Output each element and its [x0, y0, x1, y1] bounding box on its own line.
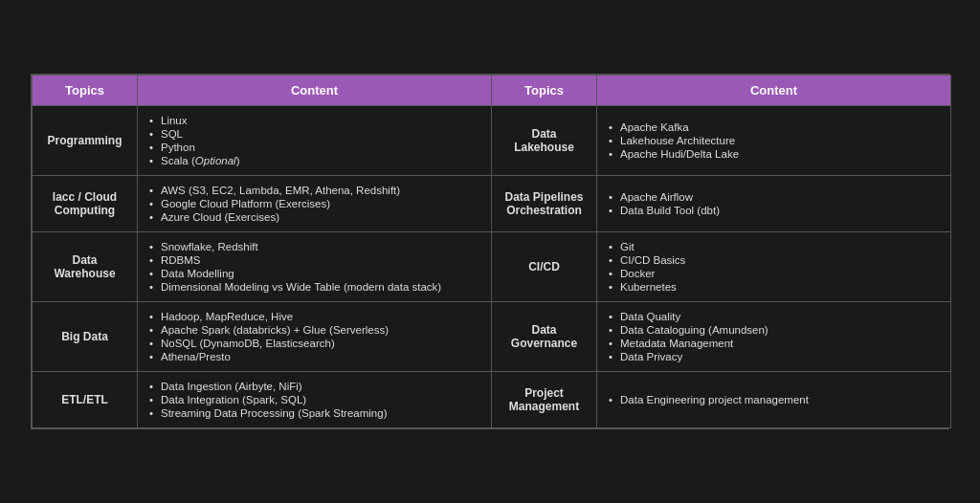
topic2-row2: CI/CD — [492, 232, 597, 302]
list-item: NoSQL (DynamoDB, Elasticsearch) — [147, 337, 481, 350]
topic2-row3: Data Governance — [492, 302, 597, 372]
list-item: Linux — [147, 114, 481, 127]
list-item: SQL — [147, 127, 481, 141]
list-item: Python — [147, 141, 481, 154]
list-item: Apache Hudi/Delta Lake — [607, 147, 941, 161]
list-item: Hadoop, MapReduce, Hive — [147, 310, 481, 323]
list-item: Data Ingestion (Airbyte, NiFi) — [147, 380, 481, 393]
content2-row0: Apache KafkaLakehouse ArchitectureApache… — [597, 106, 951, 176]
content1-row0: LinuxSQLPythonScala (Optional) — [138, 106, 492, 176]
list-item: Data Cataloguing (Amundsen) — [607, 323, 941, 337]
content2-row4: Data Engineering project management — [597, 372, 951, 428]
topic2-row1: Data Pipelines Orchestration — [492, 176, 597, 232]
list-item: Data Modelling — [147, 267, 481, 280]
content1-row2: Snowflake, RedshiftRDBMSData ModellingDi… — [138, 232, 492, 302]
list-item: Data Integration (Spark, SQL) — [147, 393, 481, 406]
list-item: RDBMS — [147, 253, 481, 267]
list-item: Snowflake, Redshift — [147, 240, 481, 253]
header-topics-2: Topics — [492, 76, 597, 106]
list-item: Data Engineering project management — [607, 393, 941, 406]
content2-row2: GitCI/CD BasicsDockerKubernetes — [597, 232, 951, 302]
list-item: Git — [607, 240, 941, 253]
list-item: Docker — [607, 267, 941, 280]
list-item: Streaming Data Processing (Spark Streami… — [147, 406, 481, 420]
list-item: Apache Spark (databricks) + Glue (Server… — [147, 323, 481, 337]
header-content-1: Content — [138, 76, 492, 106]
list-item: Apache Airflow — [607, 190, 941, 204]
list-item: Scala (Optional) — [147, 154, 481, 167]
list-item: Kubernetes — [607, 280, 941, 294]
content1-row1: AWS (S3, EC2, Lambda, EMR, Athena, Redsh… — [138, 176, 492, 232]
content1-row4: Data Ingestion (Airbyte, NiFi)Data Integ… — [138, 372, 492, 428]
content1-row3: Hadoop, MapReduce, HiveApache Spark (dat… — [138, 302, 492, 372]
list-item: CI/CD Basics — [607, 253, 941, 267]
topic1-row4: ETL/ETL — [33, 372, 138, 428]
list-item: Azure Cloud (Exercises) — [147, 210, 481, 224]
content2-row3: Data QualityData Cataloguing (Amundsen)M… — [597, 302, 951, 372]
topic1-row3: Big Data — [33, 302, 138, 372]
list-item: Data Quality — [607, 310, 941, 323]
main-table-container: Topics Content Topics Content Programmin… — [31, 74, 949, 429]
list-item: Dimensional Modeling vs Wide Table (mode… — [147, 280, 481, 294]
header-topics-1: Topics — [33, 76, 138, 106]
list-item: Data Build Tool (dbt) — [607, 204, 941, 217]
list-item: Lakehouse Architecture — [607, 134, 941, 147]
topic2-row0: Data Lakehouse — [492, 106, 597, 176]
topic1-row0: Programming — [33, 106, 138, 176]
header-content-2: Content — [597, 76, 951, 106]
list-item: Metadata Management — [607, 337, 941, 350]
list-item: Apache Kafka — [607, 120, 941, 134]
topic1-row2: Data Warehouse — [33, 232, 138, 302]
content2-row1: Apache AirflowData Build Tool (dbt) — [597, 176, 951, 232]
topic2-row4: Project Management — [492, 372, 597, 428]
list-item: Google Cloud Platform (Exercises) — [147, 197, 481, 210]
topic1-row1: Iacc / Cloud Computing — [33, 176, 138, 232]
list-item: AWS (S3, EC2, Lambda, EMR, Athena, Redsh… — [147, 184, 481, 197]
list-item: Data Privacy — [607, 350, 941, 363]
list-item: Athena/Presto — [147, 350, 481, 363]
